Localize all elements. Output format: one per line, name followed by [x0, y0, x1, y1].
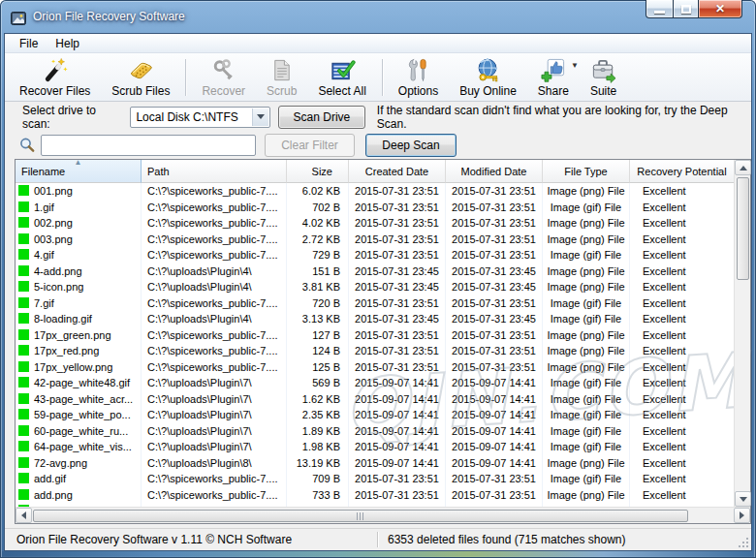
- cell-modified: 2015-09-07 14:41: [446, 455, 543, 472]
- scroll-down-button[interactable]: [735, 491, 751, 507]
- table-row[interactable]: 59-page_white_po...C:\?\uploads\Plugin\7…: [16, 407, 734, 423]
- table-row[interactable]: 72-avg.pngC:\?\uploads\Plugin\8\13.19 KB…: [16, 455, 734, 472]
- column-header-size[interactable]: Size: [287, 160, 349, 183]
- column-header-path[interactable]: Path: [142, 160, 287, 183]
- horizontal-scroll-thumb[interactable]: [33, 510, 688, 522]
- green-square-file-icon: [18, 377, 29, 388]
- scrub-files-button[interactable]: Scrub Files: [101, 55, 180, 100]
- table-row[interactable]: 003.pngC:\?\spiceworks_public-7....2.72 …: [16, 232, 734, 248]
- toolbar-button-label: Scrub: [267, 84, 297, 98]
- scroll-right-button[interactable]: [734, 508, 750, 523]
- cell-path: C:\?\spiceworks_public-7....: [142, 359, 287, 376]
- toolbar-button-label: Select All: [318, 84, 365, 98]
- cell-potential: Excellent: [630, 264, 734, 280]
- drive-select-dropdown[interactable]: Local Disk C:\NTFS: [130, 107, 270, 128]
- cell-path: C:\?\uploads\Plugin\7\: [142, 407, 287, 423]
- table-row[interactable]: 17px_red.pngC:\?\spiceworks_public-7....…: [16, 343, 734, 359]
- cell-filename: 59-page_white_po...: [16, 407, 142, 423]
- green-square-file-icon: [18, 393, 29, 404]
- options-button[interactable]: Options: [388, 55, 449, 100]
- green-square-file-icon: [18, 185, 29, 196]
- recover-files-button[interactable]: Recover Files: [9, 55, 101, 100]
- vertical-scrollbar[interactable]: [734, 160, 750, 507]
- table-row[interactable]: 5-icon.pngC:\?\uploads\Plugin\4\3.81 KB2…: [16, 279, 734, 295]
- table-row[interactable]: 17px_yellow.pngC:\?\spiceworks_public-7.…: [16, 359, 734, 376]
- cell-filename: 72-avg.png: [16, 455, 142, 472]
- column-header-file-type[interactable]: File Type: [543, 160, 630, 183]
- cell-potential: Excellent: [630, 327, 734, 344]
- cell-created: 2015-09-07 14:41: [349, 391, 446, 408]
- cell-size: 1.62 KB: [287, 391, 349, 408]
- status-results-text: 6353 deleted files found (715 matches sh…: [378, 533, 751, 546]
- client-area: File Help Recover Files: [4, 33, 752, 551]
- minimize-button[interactable]: [646, 0, 674, 18]
- column-header-recovery-potential[interactable]: Recovery Potential: [630, 160, 734, 183]
- buy-online-button[interactable]: Buy Online: [449, 55, 527, 100]
- table-body: 001.pngC:\?\spiceworks_public-7....6.02 …: [16, 183, 734, 509]
- menu-file[interactable]: File: [11, 35, 47, 52]
- cell-size: 127 B: [287, 327, 349, 344]
- table-row[interactable]: add.pngC:\?\spiceworks_public-7....733 B…: [16, 487, 734, 504]
- clear-filter-label: Clear Filter: [281, 139, 338, 152]
- cell-modified: 2015-07-31 23:51: [446, 343, 543, 359]
- cell-size: 2.35 KB: [287, 407, 349, 423]
- cell-size: 151 B: [287, 264, 349, 280]
- table-row[interactable]: 64-page_white_vis...C:\?\uploads\Plugin\…: [16, 439, 734, 455]
- suite-button[interactable]: Suite: [580, 55, 627, 100]
- table-row[interactable]: 002.pngC:\?\spiceworks_public-7....4.02 …: [16, 215, 734, 232]
- green-square-file-icon: [18, 249, 29, 260]
- cell-potential: Excellent: [630, 455, 734, 472]
- cell-size: 729 B: [287, 247, 349, 264]
- scan-drive-button[interactable]: Scan Drive: [278, 106, 365, 129]
- column-header-filename[interactable]: ▲ Filename: [16, 160, 142, 183]
- cell-created: 2015-09-07 14:41: [349, 455, 446, 472]
- filter-input[interactable]: [41, 135, 256, 156]
- table-row[interactable]: 1.gifC:\?\spiceworks_public-7....702 B20…: [16, 200, 734, 216]
- cell-modified: 2015-07-31 23:51: [446, 359, 543, 376]
- table-row[interactable]: 7.gifC:\?\spiceworks_public-7....720 B20…: [16, 295, 734, 312]
- table-row[interactable]: 8-loading.gifC:\?\uploads\Plugin\4\3.13 …: [16, 311, 734, 327]
- cell-type: Image (gif) File: [543, 391, 630, 408]
- select-all-button[interactable]: Select All: [307, 55, 376, 100]
- cell-filename: 17px_yellow.png: [16, 359, 142, 376]
- deep-scan-button[interactable]: Deep Scan: [365, 134, 457, 157]
- table-row[interactable]: 42-page_white48.gifC:\?\uploads\Plugin\7…: [16, 375, 734, 391]
- share-button[interactable]: ▼ Share: [527, 55, 580, 100]
- cell-path: C:\?\uploads\Plugin\7\: [142, 391, 287, 408]
- green-square-file-icon: [18, 425, 29, 436]
- vertical-scroll-thumb[interactable]: [737, 177, 749, 280]
- green-square-file-icon: [18, 441, 29, 451]
- maximize-button[interactable]: [673, 0, 699, 18]
- cell-modified: 2015-07-31 23:51: [446, 183, 543, 200]
- horizontal-scrollbar[interactable]: [16, 507, 750, 523]
- table-row[interactable]: 17px_green.pngC:\?\spiceworks_public-7..…: [16, 327, 734, 344]
- table-row[interactable]: 4.gifC:\?\spiceworks_public-7....729 B20…: [16, 247, 734, 264]
- table-row[interactable]: add.gifC:\?\spiceworks_public-7....709 B…: [16, 471, 734, 487]
- column-header-modified-date[interactable]: Modified Date: [446, 160, 543, 183]
- table-row[interactable]: 60-page_white_ru...C:\?\uploads\Plugin\7…: [16, 423, 734, 440]
- column-header-created-date[interactable]: Created Date: [349, 160, 446, 183]
- table-row[interactable]: 4-add.pngC:\?\uploads\Plugin\4\151 B2015…: [16, 264, 734, 280]
- cell-type: Image (png) File: [543, 455, 630, 472]
- resize-grip[interactable]: [738, 537, 749, 548]
- share-dropdown-caret-icon[interactable]: ▼: [571, 61, 579, 70]
- window-title: Orion File Recovery Software: [33, 10, 185, 23]
- cell-modified: 2015-09-07 14:41: [446, 375, 543, 391]
- close-button[interactable]: ✕: [698, 0, 742, 18]
- cell-filename: 5-icon.png: [16, 279, 142, 295]
- table-row[interactable]: 43-page_white_acr...C:\?\uploads\Plugin\…: [16, 391, 734, 408]
- cell-modified: 2015-07-31 23:45: [446, 264, 543, 280]
- cell-size: 709 B: [287, 471, 349, 487]
- table-row[interactable]: 001.pngC:\?\spiceworks_public-7....6.02 …: [16, 183, 734, 200]
- scroll-up-button[interactable]: [735, 160, 751, 175]
- cell-modified: 2015-07-31 23:51: [446, 471, 543, 487]
- cell-created: 2015-07-31 23:45: [349, 279, 446, 295]
- filter-row: Clear Filter Deep Scan: [5, 132, 751, 159]
- window-controls: ✕: [646, 0, 742, 18]
- cell-modified: 2015-09-07 14:41: [446, 407, 543, 423]
- recover-button: Recover: [191, 55, 256, 100]
- scroll-left-button[interactable]: [16, 508, 32, 523]
- green-square-file-icon: [18, 281, 29, 292]
- dropdown-arrow-zone[interactable]: [252, 108, 268, 126]
- menu-help[interactable]: Help: [47, 35, 88, 52]
